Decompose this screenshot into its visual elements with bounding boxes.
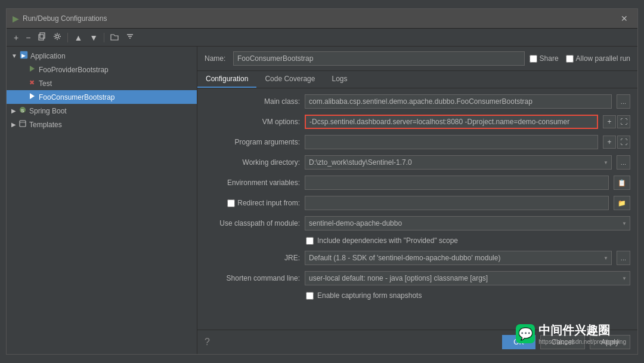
share-row: Share Allow parallel run — [530, 54, 630, 63]
name-input[interactable] — [233, 51, 525, 66]
classpath-select[interactable]: sentinel-demo-apache-dubbo — [305, 216, 630, 230]
folder-button[interactable] — [108, 32, 121, 44]
redirect-input-row: Redirect input from: 📁 — [205, 196, 630, 210]
program-args-expand-btn[interactable]: + — [603, 136, 616, 149]
enable-capturing-row: Enable capturing form snapshots — [205, 291, 630, 300]
sidebar-item-label: Spring Boot — [29, 107, 67, 115]
settings-button[interactable] — [51, 31, 64, 44]
name-label: Name: — [205, 54, 228, 63]
svg-marker-5 — [30, 66, 35, 72]
add-button[interactable]: + — [11, 32, 21, 44]
apply-button[interactable]: Apply — [590, 335, 630, 349]
sidebar-item-fooprovider[interactable]: FooProviderBootstrap — [7, 63, 197, 76]
env-vars-label: Environment variables: — [205, 179, 300, 187]
jre-label: JRE: — [205, 254, 300, 262]
tab-configuration[interactable]: Configuration — [197, 71, 256, 88]
working-dir-select[interactable]: D:\zto_work\study\Sentinel-1.7.0 — [305, 155, 612, 170]
main-class-input[interactable] — [305, 94, 612, 109]
redirect-checkbox[interactable] — [227, 199, 235, 207]
dialog-icon: ▶ — [13, 14, 19, 23]
help-icon[interactable]: ? — [205, 337, 210, 347]
svg-rect-0 — [39, 35, 44, 40]
vm-options-label: VM options: — [205, 118, 300, 126]
program-args-buttons: + ⛶ — [603, 136, 630, 149]
sidebar-item-application[interactable]: ▼ ▶ Application — [7, 49, 197, 63]
shorten-cmd-select-wrapper: user-local default: none - java [options… — [305, 271, 630, 285]
svg-rect-10 — [20, 121, 26, 127]
jre-select-wrapper: Default (1.8 - SDK of 'sentinel-demo-apa… — [305, 251, 612, 265]
main-class-label: Main class: — [205, 97, 300, 106]
include-deps-label: Include dependencies with "Provided" sco… — [317, 236, 458, 245]
title-bar-left: ▶ Run/Debug Configurations — [13, 14, 107, 23]
copy-button[interactable] — [35, 31, 48, 44]
program-args-row: Program arguments: + ⛶ — [205, 135, 630, 149]
run-icon-selected — [28, 92, 36, 102]
sort-button[interactable] — [123, 31, 137, 44]
redirect-browse-btn[interactable]: 📁 — [614, 196, 630, 210]
svg-marker-7 — [30, 93, 35, 99]
allow-parallel-checkbox[interactable] — [566, 55, 574, 63]
include-deps-checkbox[interactable] — [306, 237, 314, 245]
main-content: ▼ ▶ Application FooProviderBootstrap ✖ T… — [7, 47, 637, 354]
run-debug-dialog: ▶ Run/Debug Configurations ✕ + − ▲ ▼ ▼ — [6, 8, 638, 355]
vm-options-fullscreen-btn[interactable]: ⛶ — [617, 115, 630, 128]
ok-button[interactable]: OK — [502, 335, 535, 349]
program-args-label: Program arguments: — [205, 138, 300, 146]
main-class-row: Main class: ... — [205, 94, 630, 109]
share-checkbox-label[interactable]: Share — [530, 54, 559, 63]
right-panel: Name: Share Allow parallel run Configura… — [197, 47, 637, 354]
env-vars-row: Environment variables: 📋 — [205, 176, 630, 190]
config-panel: Main class: ... VM options: + ⛶ — [197, 88, 637, 330]
title-bar: ▶ Run/Debug Configurations ✕ — [7, 9, 637, 29]
vm-options-input[interactable] — [305, 115, 598, 129]
program-args-fullscreen-btn[interactable]: ⛶ — [617, 136, 630, 149]
share-checkbox[interactable] — [530, 55, 537, 63]
close-button[interactable]: ✕ — [617, 13, 631, 24]
sidebar-item-label: Application — [30, 52, 66, 60]
vm-options-buttons: + ⛶ — [603, 115, 630, 128]
sidebar-item-fooconsumer[interactable]: FooConsumerBootstrap — [7, 90, 197, 104]
sidebar-item-label: Templates — [29, 121, 62, 129]
toolbar-separator — [67, 33, 68, 42]
classpath-select-wrapper: sentinel-demo-apache-dubbo — [305, 216, 630, 230]
shorten-cmd-row: Shorten command line: user-local default… — [205, 271, 630, 285]
sidebar-item-test[interactable]: ✖ Test — [7, 76, 197, 90]
tab-logs[interactable]: Logs — [323, 71, 355, 88]
env-vars-browse-btn[interactable]: 📋 — [614, 176, 630, 190]
run-icon — [28, 64, 36, 75]
jre-row: JRE: Default (1.8 - SDK of 'sentinel-dem… — [205, 251, 630, 265]
jre-select[interactable]: Default (1.8 - SDK of 'sentinel-demo-apa… — [305, 251, 612, 265]
up-button[interactable]: ▲ — [72, 32, 85, 44]
allow-parallel-label: Allow parallel run — [576, 54, 630, 63]
program-args-input[interactable] — [305, 135, 598, 149]
allow-parallel-checkbox-label[interactable]: Allow parallel run — [566, 54, 630, 63]
remove-button[interactable]: − — [23, 32, 33, 44]
sidebar-item-springboot[interactable]: ▶ S Spring Boot — [7, 104, 197, 118]
toolbar: + − ▲ ▼ — [7, 29, 637, 47]
jre-browse-btn[interactable]: ... — [617, 251, 630, 265]
footer: ? OK Cancel Apply — [197, 330, 637, 354]
sidebar-item-label: FooProviderBootstrap — [39, 66, 109, 74]
sidebar-item-label: FooConsumerBootstrap — [39, 93, 114, 101]
name-row: Name: Share Allow parallel run — [197, 47, 637, 71]
redirect-label: Redirect input from: — [205, 199, 300, 207]
env-vars-input[interactable] — [305, 176, 609, 190]
down-button[interactable]: ▼ — [87, 32, 100, 44]
arrow-icon: ▶ — [11, 121, 16, 128]
enable-capturing-checkbox[interactable] — [306, 292, 314, 300]
shorten-cmd-select[interactable]: user-local default: none - java [options… — [305, 271, 630, 285]
working-dir-label: Working directory: — [205, 158, 300, 167]
shorten-cmd-label: Shorten command line: — [205, 274, 300, 282]
working-dir-wrapper: D:\zto_work\study\Sentinel-1.7.0 — [305, 155, 612, 170]
working-dir-browse-btn[interactable]: ... — [617, 155, 630, 170]
cancel-button[interactable]: Cancel — [540, 335, 585, 349]
classpath-label: Use classpath of module: — [205, 219, 300, 227]
redirect-input[interactable] — [305, 196, 609, 210]
sidebar-item-label: Test — [39, 79, 52, 88]
tab-code-coverage[interactable]: Code Coverage — [256, 71, 323, 88]
sidebar-item-templates[interactable]: ▶ Templates — [7, 118, 197, 131]
templates-icon — [18, 119, 27, 130]
vm-options-expand-btn[interactable]: + — [603, 115, 616, 128]
dialog-title: Run/Debug Configurations — [23, 14, 107, 23]
main-class-browse-btn[interactable]: ... — [617, 94, 630, 109]
